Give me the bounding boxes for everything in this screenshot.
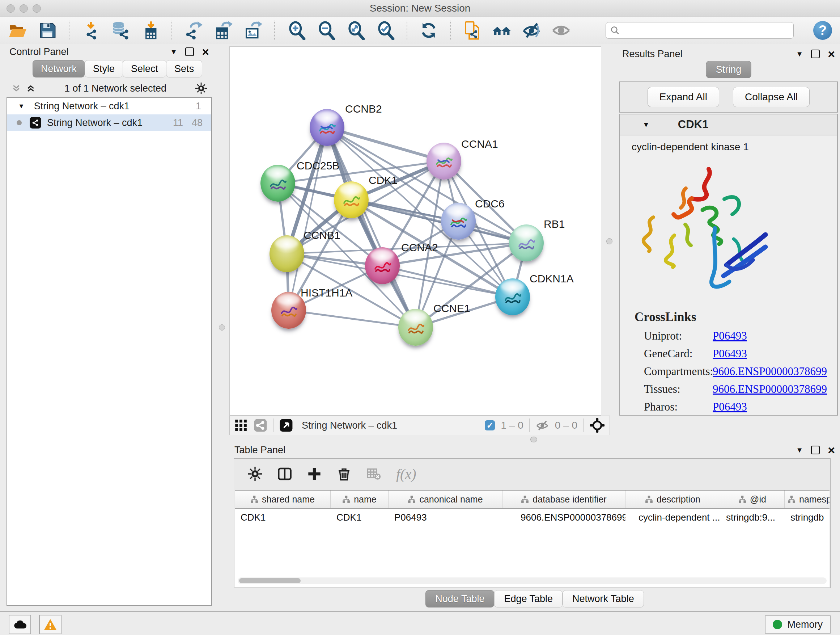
collection-label: String Network – cdk1 [34, 101, 129, 112]
results-panel-close-icon[interactable]: × [828, 50, 835, 57]
column-header[interactable]: name [331, 491, 388, 508]
network-node-ccnb1[interactable] [270, 235, 304, 272]
genecard-link[interactable]: P06493 [713, 347, 747, 360]
table-row[interactable]: CDK1 CDK1 P06493 9606.ENSP00000378699 cy… [235, 509, 829, 526]
section-collapse-icon[interactable]: ▼ [643, 120, 650, 129]
show-all-eye-icon[interactable] [551, 21, 571, 40]
horizontal-splitter-handle[interactable] [531, 437, 537, 442]
network-node-ccnb2[interactable] [309, 109, 344, 146]
tab-node-table[interactable]: Node Table [425, 590, 494, 608]
network-row[interactable]: String Network – cdk1 11 48 [7, 114, 211, 131]
tab-string[interactable]: String [706, 61, 752, 78]
hide-selection-eye-slash-icon[interactable] [522, 21, 541, 40]
expand-all-button[interactable]: Expand All [647, 87, 719, 107]
network-view: CCNB2CCNA1CDC25BCDK1CDC6RB1CCNB1CCNA2CDK… [229, 46, 601, 435]
table-panel-close-icon[interactable]: × [828, 447, 835, 454]
network-node-ccne1[interactable] [398, 309, 433, 346]
export-image-icon[interactable] [243, 21, 263, 40]
function-builder-icon: f(x) [396, 466, 416, 483]
import-table-file-icon[interactable] [141, 21, 160, 40]
network-collection-row[interactable]: ▼ String Network – cdk1 1 [7, 98, 211, 114]
show-columns-icon[interactable] [278, 467, 292, 481]
horizontal-scrollbar[interactable] [238, 578, 827, 584]
expand-all-chevron-icon[interactable] [26, 84, 35, 93]
zoom-fit-icon[interactable] [346, 21, 365, 40]
table-container: f(x) shared name name canonical name dat… [234, 458, 831, 588]
zoom-out-icon[interactable] [316, 21, 336, 40]
table-panel-menu-icon[interactable]: ▼ [796, 446, 803, 454]
network-from-clipboard-icon[interactable] [462, 21, 482, 40]
import-network-database-icon[interactable] [111, 21, 130, 40]
help-button[interactable]: ? [813, 21, 832, 40]
toolbar-separator [407, 21, 407, 40]
pharos-link[interactable]: P06493 [713, 401, 747, 413]
export-table-icon[interactable] [213, 21, 233, 40]
search-box[interactable] [606, 22, 794, 39]
tab-network-table[interactable]: Network Table [562, 590, 644, 608]
zoom-selected-icon[interactable] [376, 21, 395, 40]
network-node-cdk1[interactable] [334, 181, 369, 218]
open-session-icon[interactable] [8, 21, 27, 40]
refresh-icon[interactable] [419, 21, 439, 40]
protein-structure-image [630, 157, 776, 301]
grid-view-icon[interactable] [234, 418, 248, 432]
table-toolbar: f(x) [234, 459, 830, 489]
zoom-in-icon[interactable] [286, 21, 306, 40]
export-network-icon[interactable] [184, 21, 203, 40]
add-column-icon[interactable] [307, 467, 322, 481]
column-header[interactable]: shared name [235, 491, 331, 508]
network-node-cdc6[interactable] [441, 203, 476, 240]
scrollbar-thumb[interactable] [239, 578, 301, 583]
tab-edge-table[interactable]: Edge Table [494, 590, 562, 608]
left-splitter-handle[interactable] [219, 325, 225, 331]
protein-ribbon-thumbnail [406, 318, 426, 339]
column-header[interactable]: canonical name [388, 491, 502, 508]
network-node-ccna1[interactable] [426, 143, 461, 180]
cloud-button[interactable] [9, 615, 31, 634]
column-header[interactable]: @id [720, 491, 785, 508]
network-edge[interactable] [289, 127, 327, 310]
network-node-cdc25b[interactable] [261, 165, 295, 202]
control-panel-menu-icon[interactable]: ▼ [170, 48, 177, 56]
network-edge[interactable] [289, 310, 416, 327]
table-tabs: Node Table Edge Table Network Table [229, 590, 840, 608]
column-header[interactable]: namespace [785, 491, 829, 508]
collection-collapse-icon[interactable]: ▼ [18, 103, 25, 110]
memory-button[interactable]: Memory [765, 616, 831, 633]
column-header[interactable]: database identifier [502, 491, 625, 508]
node-label-ccna2: CCNA2 [401, 241, 438, 254]
warnings-button[interactable] [39, 615, 62, 634]
birds-eye-view-icon[interactable] [279, 418, 293, 432]
tissues-link[interactable]: 9606.ENSP00000378699 [713, 383, 827, 396]
collapse-all-button[interactable]: Collapse All [733, 87, 810, 107]
save-session-icon[interactable] [38, 21, 57, 40]
control-panel-close-icon[interactable]: × [202, 48, 209, 55]
tab-style[interactable]: Style [85, 60, 123, 78]
results-panel-menu-icon[interactable]: ▼ [796, 50, 803, 58]
control-panel-float-icon[interactable] [185, 48, 194, 56]
tab-sets[interactable]: Sets [166, 60, 202, 78]
network-node-ccna2[interactable] [365, 247, 400, 284]
tab-select[interactable]: Select [123, 60, 166, 78]
table-options-gear-icon[interactable] [248, 467, 262, 481]
column-header[interactable]: description [625, 491, 720, 508]
pan-crosshair-icon[interactable] [589, 417, 605, 433]
compartments-link[interactable]: 9606.ENSP00000378699 [713, 365, 827, 378]
delete-column-trash-icon[interactable] [337, 467, 351, 481]
network-overview-icon[interactable] [254, 418, 267, 432]
network-node-cdkn1a[interactable] [495, 279, 530, 315]
uniprot-link[interactable]: P06493 [713, 329, 747, 342]
results-panel-float-icon[interactable] [811, 50, 820, 58]
network-canvas[interactable]: CCNB2CCNA1CDC25BCDK1CDC6RB1CCNB1CCNA2CDK… [229, 46, 601, 416]
network-options-gear-icon[interactable] [195, 82, 207, 94]
import-network-file-icon[interactable] [81, 21, 101, 40]
selected-checkbox-icon[interactable]: ✓ [485, 420, 495, 431]
right-splitter-handle[interactable] [606, 238, 613, 244]
collapse-all-chevron-icon[interactable] [11, 84, 21, 93]
network-node-rb1[interactable] [509, 225, 544, 261]
table-panel-float-icon[interactable] [811, 446, 820, 454]
node-details-header[interactable]: ▼ CDK1 [620, 114, 837, 135]
search-input[interactable] [623, 25, 789, 36]
home-networks-icon[interactable] [492, 21, 512, 40]
tab-network[interactable]: Network [33, 60, 85, 78]
